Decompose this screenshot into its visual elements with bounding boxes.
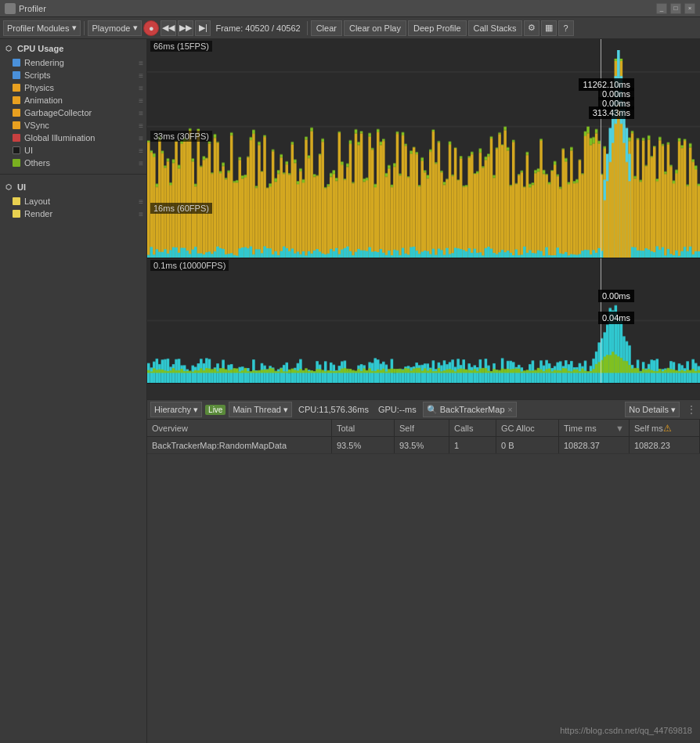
record-icon: ● [149,23,154,33]
td-self-ms: 10828.23 [630,437,700,453]
gi-label: Global Illumination [24,133,96,142]
gc-color [13,109,20,117]
sidebar-item-render[interactable]: Render ≡ [0,207,146,220]
sidebar-section-cpu: ⬡ CPU Usage Rendering ≡ Scripts ≡ Physic… [0,39,146,171]
separator-1 [84,21,85,35]
search-input[interactable] [440,405,506,414]
scripts-label: Scripts [24,70,51,80]
sidebar-item-scripts[interactable]: Scripts ≡ [0,69,146,81]
title-bar-title: Profiler [19,4,46,13]
warn-icon: ⚠ [663,423,672,434]
hierarchy-dropdown[interactable]: Hierarchy ▾ [150,402,202,417]
th-total: Total [332,420,395,436]
sidebar-item-gi[interactable]: Global Illumination ≡ [0,132,146,144]
fps-label-60: 16ms (60FPS) [150,203,212,214]
sidebar-section-ui: ⬡ UI Layout ≡ Render ≡ [0,178,146,222]
icon-btn-2[interactable]: ▦ [541,20,557,36]
table-container: Overview Total Self Calls GC Alloc [147,420,700,743]
th-calls: Calls [449,420,496,436]
thread-dropdown[interactable]: Main Thread ▾ [229,402,292,417]
search-icon: 🔍 [427,405,438,415]
others-color [13,159,20,167]
charts-area: 66ms (15FPS) 33ms (30FPS) 16ms (60FPS) 1… [147,39,700,399]
ui-fps-label: 0.1ms (10000FPS) [150,260,229,271]
toolbar: Profiler Modules ▾ Playmode ▾ ● ◀◀ ▶▶ ▶|… [0,17,700,39]
scripts-color [13,71,20,79]
step-forward-button[interactable]: ▶▶ [178,20,193,36]
maximize-button[interactable]: □ [670,3,681,14]
ui-time-tooltip-2: 0.04ms [598,312,634,324]
ui-chart-panel[interactable]: 0.1ms (10000FPS) 0.00ms 0.04ms [147,258,700,384]
table-header: Overview Total Self Calls GC Alloc [147,420,700,437]
three-dots-menu[interactable]: ⋮ [686,403,697,416]
layout-label: Layout [24,197,50,206]
drag-handle: ≡ [139,59,143,67]
search-box[interactable]: 🔍 × [423,402,517,417]
drag-handle-gi: ≡ [139,134,143,142]
no-details-label: No Details [629,405,669,414]
search-clear-icon[interactable]: × [507,405,512,414]
vsync-color [13,121,20,129]
cpu-info: CPU:11,576.36ms [295,405,372,414]
hierarchy-toolbar: Hierarchy ▾ Live Main Thread ▾ CPU:11,57… [147,399,700,420]
chevron-down-icon-2: ▾ [133,23,138,33]
sidebar-item-others[interactable]: Others ≡ [0,157,146,169]
sidebar-section-ui-header[interactable]: ⬡ UI [0,179,146,195]
clear-on-play-label: Clear on Play [349,23,401,33]
rendering-color [13,59,20,67]
no-details-dropdown[interactable]: No Details ▾ [625,402,680,417]
render-label: Render [24,209,52,218]
gi-color [13,134,20,142]
thread-label: Main Thread [233,405,281,414]
main-layout: ⬡ CPU Usage Rendering ≡ Scripts ≡ Physic… [0,39,700,743]
sidebar-divider-1 [0,174,146,175]
close-button[interactable]: × [684,3,695,14]
last-frame-button[interactable]: ▶| [195,20,211,36]
record-button[interactable]: ● [143,20,159,36]
live-badge: Live [205,405,226,415]
th-self: Self [395,420,449,436]
call-stacks-button[interactable]: Call Stacks [468,20,522,36]
profiler-modules-label: Profiler Modules [7,23,69,33]
icon-btn-3[interactable]: ? [558,20,574,36]
sidebar-item-physics[interactable]: Physics ≡ [0,81,146,94]
profiler-modules-dropdown[interactable]: Profiler Modules ▾ [3,20,81,36]
icon-btn-1[interactable]: ⚙ [524,20,539,36]
call-stacks-label: Call Stacks [474,23,517,33]
sidebar: ⬡ CPU Usage Rendering ≡ Scripts ≡ Physic… [0,39,147,743]
others-label: Others [24,158,50,168]
clear-button[interactable]: Clear [311,20,342,36]
sidebar-section-cpu-header[interactable]: ⬡ CPU Usage [0,41,146,56]
clear-on-play-button[interactable]: Clear on Play [344,20,406,36]
sidebar-item-rendering[interactable]: Rendering ≡ [0,56,146,69]
minimize-button[interactable]: _ [656,3,667,14]
sidebar-item-layout[interactable]: Layout ≡ [0,195,146,207]
td-total: 93.5% [332,437,395,453]
deep-profile-button[interactable]: Deep Profile [408,20,467,36]
cpu-chart-panel[interactable]: 66ms (15FPS) 33ms (30FPS) 16ms (60FPS) 1… [147,39,700,258]
sidebar-item-gc[interactable]: GarbageCollector ≡ [0,106,146,119]
physics-label: Physics [24,83,54,92]
table-row[interactable]: BackTrackerMap:RandomMapData 93.5% 93.5%… [147,437,700,454]
th-self-ms: Self ms ⚠ [630,420,700,436]
step-back-button[interactable]: ◀◀ [161,20,176,36]
drag-handle-render: ≡ [139,210,143,218]
cpu-section-icon: ⬡ [3,43,14,54]
th-gc-alloc: GC Alloc [496,420,559,436]
content-area: 66ms (15FPS) 33ms (30FPS) 16ms (60FPS) 1… [147,39,700,743]
sidebar-item-vsync[interactable]: VSync ≡ [0,119,146,132]
playmode-dropdown[interactable]: Playmode ▾ [88,20,142,36]
layout-color [13,197,20,205]
ui-time-tooltip-1: 0.00ms [598,290,634,302]
title-bar: Profiler _ □ × [0,0,700,17]
animation-color [13,96,20,104]
sidebar-item-animation[interactable]: Animation ≡ [0,94,146,106]
chevron-down-icon-nd: ▾ [671,405,676,415]
drag-handle-vsync: ≡ [139,121,143,130]
fps-label-15: 66ms (15FPS) [150,41,212,52]
sidebar-item-ui[interactable]: UI ≡ [0,144,146,157]
th-time-ms[interactable]: Time ms ▼ [559,420,630,436]
cpu-chart-canvas [147,39,700,258]
chevron-down-icon-hier: ▾ [193,405,198,415]
separator-2 [307,21,308,35]
